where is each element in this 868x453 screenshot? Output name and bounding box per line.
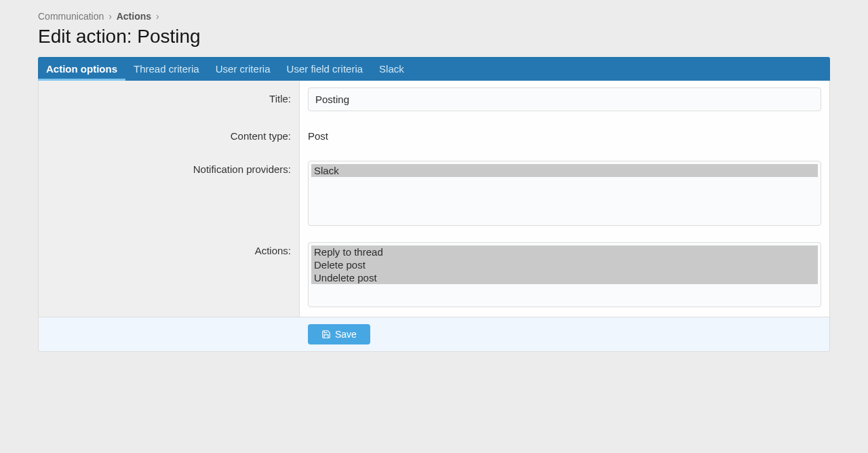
chevron-right-icon: › xyxy=(106,11,114,22)
tab-user-criteria[interactable]: User criteria xyxy=(208,57,279,81)
tab-slack[interactable]: Slack xyxy=(371,57,412,81)
tab-bar: Action options Thread criteria User crit… xyxy=(38,57,830,81)
tab-thread-criteria[interactable]: Thread criteria xyxy=(125,57,208,81)
form-footer: Save xyxy=(38,317,830,352)
breadcrumb-item-communication[interactable]: Communication xyxy=(38,11,104,22)
title-input[interactable] xyxy=(308,87,821,111)
action-option-undelete-post[interactable]: Undelete post xyxy=(311,271,818,284)
action-option-reply-to-thread[interactable]: Reply to thread xyxy=(311,245,818,258)
page-title: Edit action: Posting xyxy=(38,26,830,47)
breadcrumb: Communication › Actions › xyxy=(38,7,830,24)
tab-action-options[interactable]: Action options xyxy=(38,57,125,81)
save-icon xyxy=(321,330,331,339)
label-title: Title: xyxy=(39,81,300,118)
chevron-right-icon: › xyxy=(154,11,161,22)
actions-listbox[interactable]: Reply to thread Delete post Undelete pos… xyxy=(308,242,821,307)
label-content-type: Content type: xyxy=(39,118,300,154)
action-option-delete-post[interactable]: Delete post xyxy=(311,258,818,271)
label-actions: Actions: xyxy=(39,235,300,317)
content-type-value: Post xyxy=(308,125,821,147)
label-notification-providers: Notification providers: xyxy=(39,154,300,235)
save-button[interactable]: Save xyxy=(308,324,370,344)
tab-user-field-criteria[interactable]: User field criteria xyxy=(279,57,372,81)
save-button-label: Save xyxy=(335,329,357,340)
provider-option-slack[interactable]: Slack xyxy=(311,164,818,177)
breadcrumb-item-actions[interactable]: Actions xyxy=(117,11,151,22)
notification-providers-listbox[interactable]: Slack xyxy=(308,161,821,226)
